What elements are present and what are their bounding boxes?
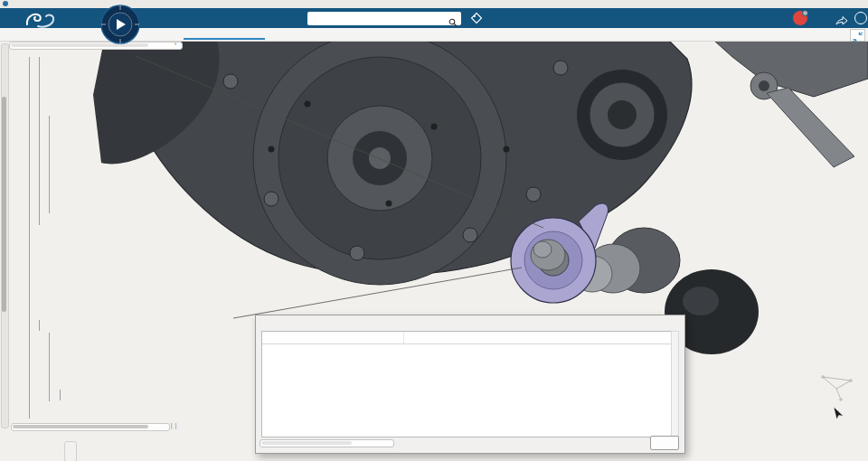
scrollbar-grip[interactable]: ❘❘	[169, 422, 178, 429]
search-icon[interactable]	[448, 14, 458, 31]
close-button[interactable]	[650, 436, 679, 450]
tree-connector-line	[49, 333, 50, 401]
column-header-object[interactable]	[262, 332, 404, 343]
warnings-table	[261, 331, 673, 437]
share-icon[interactable]	[835, 13, 848, 29]
application-window: ‹ ❘❘	[0, 0, 868, 461]
tree-connector-line	[39, 57, 40, 225]
tree-connector-line	[60, 390, 61, 400]
help-icon[interactable]	[854, 12, 867, 24]
scrollbar-thumb[interactable]	[13, 425, 148, 428]
app-globe-icon	[3, 1, 8, 6]
search-input[interactable]	[307, 12, 447, 25]
tree-connector-line	[29, 57, 30, 419]
status-badge	[802, 10, 808, 16]
scrollbar-thumb[interactable]	[261, 441, 352, 445]
avatar[interactable]	[793, 11, 807, 25]
warnings-dialog[interactable]	[255, 315, 685, 454]
scrollbar-thumb[interactable]	[2, 97, 6, 312]
tree-bottom-scrollbar[interactable]	[11, 423, 170, 431]
table-header-row	[262, 332, 672, 344]
3dexperience-compass-logo[interactable]	[99, 4, 141, 49]
tag-icon[interactable]	[470, 12, 483, 28]
3ds-logo	[25, 11, 56, 33]
dialog-horizontal-scrollbar[interactable]	[259, 439, 394, 447]
collapse-view-icon[interactable]	[850, 29, 865, 42]
tree-top-scrollbar[interactable]	[9, 42, 183, 50]
column-header-message[interactable]	[404, 332, 672, 343]
search-box	[307, 12, 461, 25]
dialog-vertical-scrollbar[interactable]	[671, 331, 679, 437]
scroll-left-arrow[interactable]: ‹	[175, 41, 176, 47]
tree-connector-line	[49, 116, 50, 213]
tab-active-indicator	[184, 38, 265, 40]
action-bar	[64, 441, 77, 461]
tree-vertical-scrollbar[interactable]	[1, 43, 9, 428]
tree-connector-line	[39, 320, 40, 331]
